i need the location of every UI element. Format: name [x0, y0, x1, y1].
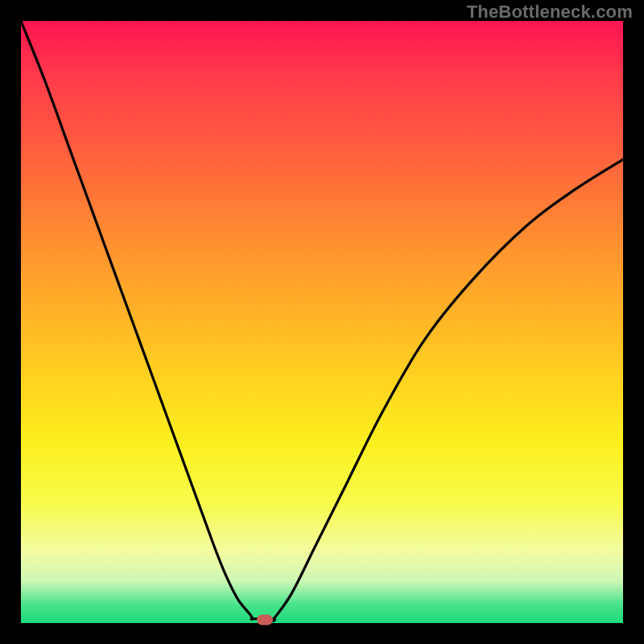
bottleneck-curve — [21, 21, 623, 623]
curve-path — [21, 21, 623, 621]
plot-area — [21, 21, 623, 623]
watermark-text: TheBottleneck.com — [467, 2, 633, 23]
optimum-marker — [257, 614, 273, 625]
chart-frame: TheBottleneck.com — [0, 0, 644, 644]
